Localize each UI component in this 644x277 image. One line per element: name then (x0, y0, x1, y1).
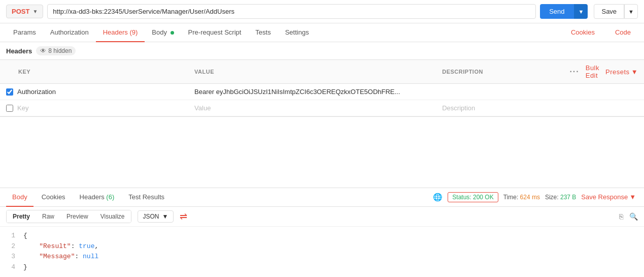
wrap-button[interactable]: ⇌ (180, 211, 187, 222)
row-key-cell: Authorization (0, 84, 188, 100)
time-text: Time: 624 ms (503, 194, 540, 201)
status-badge: Status: 200 OK (448, 192, 498, 202)
presets-arrow-icon: ▼ (631, 68, 638, 76)
json-format-select[interactable]: JSON ▼ (138, 210, 174, 223)
placeholder-desc-text: Description (442, 104, 475, 112)
col-header-actions: ··· Bulk Edit Presets ▼ (563, 60, 644, 84)
method-select[interactable]: POST ▼ (6, 5, 43, 18)
row-actions-cell (563, 84, 644, 100)
method-label: POST (12, 8, 29, 15)
placeholder-key-text: Key (17, 104, 28, 112)
col-header-key: KEY (0, 60, 188, 84)
format-tab-visualize[interactable]: Visualize (94, 210, 131, 223)
code-line-3: 3 "Message": null (6, 252, 638, 262)
presets-button[interactable]: Presets ▼ (605, 68, 638, 76)
save-response-button[interactable]: Save Response ▼ (581, 193, 636, 201)
row-key-text: Authorization (17, 88, 56, 96)
hidden-headers-badge[interactable]: 👁 8 hidden (36, 46, 76, 55)
placeholder-checkbox[interactable] (6, 105, 13, 112)
headers-table-container: KEY VALUE DESCRIPTION ··· Bulk Edit Pr (0, 60, 644, 117)
time-value: 624 ms (520, 194, 540, 201)
method-arrow-icon: ▼ (32, 9, 38, 14)
headers-table: KEY VALUE DESCRIPTION ··· Bulk Edit Pr (0, 60, 644, 116)
response-tab-testresults[interactable]: Test Results (122, 188, 171, 207)
response-tab-body[interactable]: Body (6, 188, 33, 207)
tab-cookies[interactable]: Cookies (564, 23, 602, 42)
top-bar: POST ▼ Send ▼ Save ▼ (0, 0, 644, 23)
format-tab-preview[interactable]: Preview (60, 210, 94, 223)
response-tabs: Body Cookies Headers (6) Test Results 🌐 … (0, 188, 644, 207)
search-icon[interactable]: 🔍 (629, 212, 638, 221)
copy-icon[interactable]: ⎘ (619, 212, 623, 221)
format-tab-raw[interactable]: Raw (36, 210, 60, 223)
line-content: { (23, 231, 27, 241)
headers-section-title: Headers (6, 47, 32, 55)
placeholder-value-text: Value (194, 104, 211, 112)
line-number: 4 (6, 262, 15, 273)
response-meta: 🌐 Status: 200 OK Time: 624 ms Size: 237 … (433, 192, 638, 202)
save-button[interactable]: Save (594, 4, 624, 19)
tab-headers[interactable]: Headers (9) (96, 23, 145, 42)
row-checkbox[interactable] (6, 88, 13, 96)
line-number: 3 (6, 252, 15, 262)
url-input[interactable] (47, 4, 536, 19)
code-line-2: 2 "Result": true, (6, 241, 638, 252)
headers-section-header: Headers 👁 8 hidden (0, 42, 644, 60)
format-tab-pretty[interactable]: Pretty (7, 210, 36, 223)
row-value-cell: Bearer eyJhbGciOiJSUzI1NiIsImtpZCI6c3OER… (188, 84, 436, 100)
line-content: } (23, 262, 27, 273)
response-area: Body Cookies Headers (6) Test Results 🌐 … (0, 188, 644, 277)
placeholder-value-cell: Value (188, 100, 436, 116)
send-dropdown-button[interactable]: ▼ (574, 4, 588, 19)
body-dot (171, 31, 174, 35)
placeholder-actions-cell (563, 100, 644, 116)
row-value-text: Bearer eyJhbGciOiJSUzI1NiIsImtpZCI6c3OER… (194, 88, 400, 96)
placeholder-key-cell: Key (0, 100, 188, 116)
tab-code[interactable]: Code (608, 23, 638, 42)
request-tabs: Params Authorization Headers (9) Body Pr… (0, 23, 644, 42)
response-tab-cookies[interactable]: Cookies (36, 188, 72, 207)
table-row: Authorization Bearer eyJhbGciOiJSUzI1NiI… (0, 84, 644, 100)
globe-icon[interactable]: 🌐 (433, 193, 443, 202)
send-button[interactable]: Send (540, 4, 573, 19)
save-dropdown-button[interactable]: ▼ (624, 4, 638, 19)
placeholder-desc-cell: Description (436, 100, 563, 116)
col-header-desc: DESCRIPTION (436, 60, 563, 84)
line-number: 1 (6, 231, 15, 241)
json-arrow-icon: ▼ (162, 213, 168, 220)
bulk-edit-button[interactable]: Bulk Edit (586, 64, 599, 79)
code-area: 1 { 2 "Result": true, 3 "Message": null … (0, 227, 644, 277)
tab-params[interactable]: Params (6, 23, 43, 42)
code-line-4: 4 } (6, 262, 638, 273)
line-number: 2 (6, 241, 15, 252)
tab-body[interactable]: Body (145, 23, 181, 42)
table-row-placeholder: Key Value Description (0, 100, 644, 116)
response-tab-headers[interactable]: Headers (6) (74, 188, 121, 207)
eye-icon: 👁 (40, 47, 46, 54)
col-header-value: VALUE (188, 60, 436, 84)
app-container: POST ▼ Send ▼ Save ▼ Params Authorizatio… (0, 0, 644, 277)
tab-tests[interactable]: Tests (248, 23, 278, 42)
tab-settings[interactable]: Settings (278, 23, 316, 42)
size-value: 237 B (560, 194, 576, 201)
spacer (0, 117, 644, 188)
line-content: "Message": null (23, 252, 98, 262)
code-line-1: 1 { (6, 231, 638, 241)
format-tabs: Pretty Raw Preview Visualize (6, 210, 131, 223)
tab-authorization[interactable]: Authorization (43, 23, 96, 42)
row-desc-cell (436, 84, 563, 100)
size-text: Size: 237 B (545, 194, 576, 201)
save-response-arrow-icon: ▼ (629, 193, 636, 201)
tab-prerequest[interactable]: Pre-request Script (181, 23, 249, 42)
more-options-button[interactable]: ··· (569, 67, 579, 76)
line-content: "Result": true, (23, 241, 98, 252)
format-bar: Pretty Raw Preview Visualize JSON ▼ ⇌ ⎘ … (0, 207, 644, 227)
